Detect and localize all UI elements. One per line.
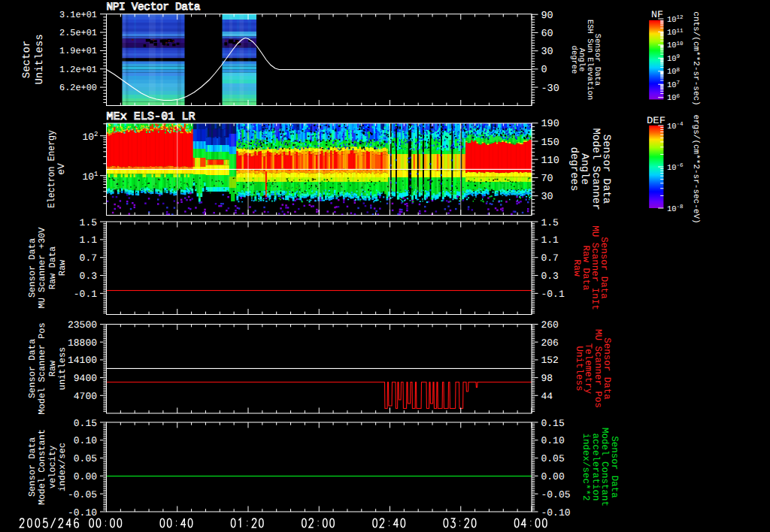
svg-text:-0.05: -0.05 <box>68 489 97 500</box>
svg-text:-0.10: -0.10 <box>68 507 97 518</box>
svg-text:44: 44 <box>541 391 553 402</box>
svg-text:14100: 14100 <box>68 355 97 366</box>
svg-text:Unitless: Unitless <box>34 34 46 84</box>
svg-text:0.3: 0.3 <box>541 271 559 282</box>
svg-text:Sensor Data: Sensor Data <box>27 339 38 398</box>
svg-text:-0.1: -0.1 <box>74 289 97 300</box>
svg-text:0: 0 <box>541 65 547 76</box>
svg-text:3.1e+01: 3.1e+01 <box>59 10 97 20</box>
svg-text:Unitless: Unitless <box>574 346 584 391</box>
svg-text:18800: 18800 <box>68 337 97 349</box>
svg-text:0.15: 0.15 <box>541 418 565 429</box>
svg-text:index/sec: index/sec <box>57 443 68 491</box>
svg-text:1.2e+01: 1.2e+01 <box>59 65 97 75</box>
svg-text:30: 30 <box>541 47 553 58</box>
svg-text:0.15: 0.15 <box>74 418 97 429</box>
svg-text:-0.1: -0.1 <box>541 289 565 300</box>
svg-text:1.1: 1.1 <box>541 234 559 246</box>
svg-text:206: 206 <box>541 337 559 349</box>
svg-text:260: 260 <box>541 319 559 331</box>
svg-text:Raw Data: Raw Data <box>47 246 58 290</box>
svg-text:Sensor Data: Sensor Data <box>27 437 38 497</box>
svg-text:110: 110 <box>541 156 559 167</box>
svg-text:Raw: Raw <box>57 259 68 276</box>
svg-text:23500: 23500 <box>68 319 97 331</box>
svg-text:0.10: 0.10 <box>74 435 97 446</box>
svg-text:index/sec**2: index/sec**2 <box>581 433 591 500</box>
svg-text:98: 98 <box>541 373 553 384</box>
svg-text:4700: 4700 <box>74 391 97 402</box>
svg-text:MEx ELS-01 LR: MEx ELS-01 LR <box>107 110 196 123</box>
svg-text:0.7: 0.7 <box>80 252 97 264</box>
svg-text:9400: 9400 <box>74 373 97 384</box>
svg-text:6.2e+00: 6.2e+00 <box>59 83 97 93</box>
svg-text:152: 152 <box>541 355 559 366</box>
svg-text:cnts/(cm**2-sr-sec): cnts/(cm**2-sr-sec) <box>691 11 700 105</box>
svg-text:10: 10 <box>82 171 94 183</box>
svg-text:90: 90 <box>541 11 553 22</box>
svg-text:0.05: 0.05 <box>74 453 97 464</box>
svg-text:1.5: 1.5 <box>80 217 97 228</box>
svg-text:0.05: 0.05 <box>541 453 565 464</box>
svg-text:Raw: Raw <box>571 259 582 277</box>
svg-text:70: 70 <box>541 174 553 185</box>
svg-text:-30: -30 <box>541 83 559 95</box>
svg-text:0.7: 0.7 <box>541 252 559 264</box>
svg-text:Sector: Sector <box>21 41 33 78</box>
svg-text:eV: eV <box>56 163 67 175</box>
svg-text:DEF: DEF <box>647 115 665 126</box>
svg-text:1.5: 1.5 <box>541 217 559 228</box>
svg-text:Raw: Raw <box>47 360 58 376</box>
svg-text:MU Scanner +30V: MU Scanner +30V <box>37 227 47 309</box>
svg-text:Sensor Data: Sensor Data <box>27 238 38 298</box>
svg-text:190: 190 <box>541 119 559 130</box>
svg-text:2.5e+01: 2.5e+01 <box>59 28 97 38</box>
svg-text:-0.05: -0.05 <box>541 489 571 500</box>
svg-text:10: 10 <box>82 131 94 143</box>
svg-text:degrees: degrees <box>568 147 580 192</box>
svg-text:0.00: 0.00 <box>74 471 97 482</box>
svg-text:60: 60 <box>541 29 553 40</box>
svg-text:NF: NF <box>651 9 663 20</box>
svg-text:-0.10: -0.10 <box>541 507 571 518</box>
svg-text:150: 150 <box>541 138 559 149</box>
svg-text:1: 1 <box>94 171 98 178</box>
svg-text:unitless: unitless <box>57 347 68 391</box>
svg-text:degree: degree <box>569 46 578 74</box>
svg-text:1.1: 1.1 <box>80 234 98 246</box>
svg-text:30: 30 <box>541 192 553 203</box>
svg-text:Model Scanner Pos: Model Scanner Pos <box>37 322 47 414</box>
svg-text:0.3: 0.3 <box>80 271 97 282</box>
svg-text:NPI Vector Data: NPI Vector Data <box>107 2 201 14</box>
svg-text:0.10: 0.10 <box>541 435 565 446</box>
svg-text:0.00: 0.00 <box>541 471 565 482</box>
svg-text:1.9e+01: 1.9e+01 <box>59 46 97 56</box>
svg-text:ergs/(cm**2-sr-sec-eV): ergs/(cm**2-sr-sec-eV) <box>691 114 700 223</box>
svg-text:2: 2 <box>94 131 98 138</box>
svg-text:velocity: velocity <box>47 446 58 489</box>
svg-text:Model Constant: Model Constant <box>37 429 47 505</box>
